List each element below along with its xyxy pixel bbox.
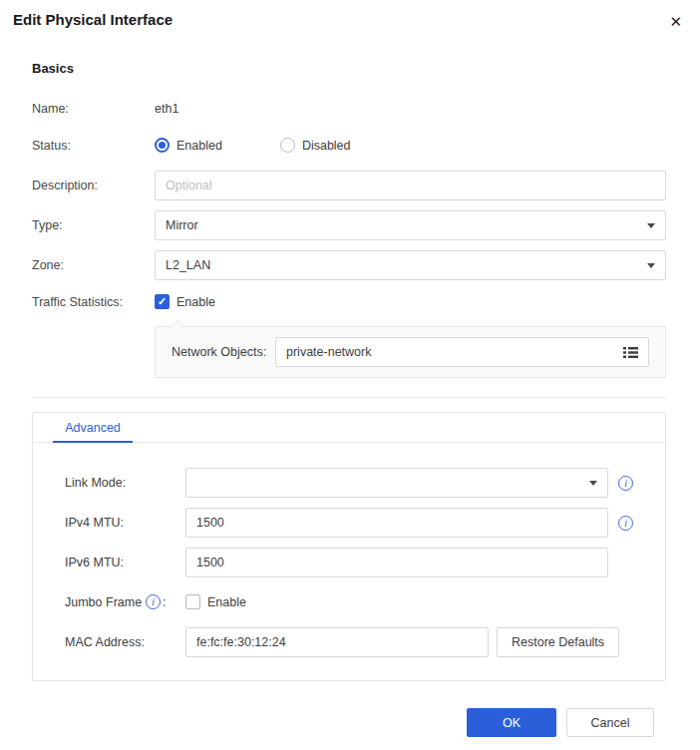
network-objects-field[interactable]: private-network [275,337,649,367]
ipv6-mtu-input[interactable] [185,548,608,577]
tab-advanced[interactable]: Advanced [53,413,133,442]
chevron-down-icon [589,481,597,486]
traffic-statistics-label: Traffic Statistics: [32,295,155,309]
name-label: Name: [32,102,155,116]
ipv4-mtu-row: IPv4 MTU: [65,508,635,538]
description-row: Description: [32,171,666,200]
ok-button[interactable]: OK [467,708,556,737]
jumbo-enable-checkbox[interactable] [185,594,200,609]
jumbo-frame-colon: : [163,595,166,609]
jumbo-frame-label: Jumbo Frame [65,595,142,609]
type-label: Type: [32,218,155,232]
advanced-panel: Advanced Link Mode: IPv4 MTU: [32,412,666,681]
jumbo-frame-row: Jumbo Frame : Enable [65,594,635,609]
traffic-enable-label: Enable [176,295,215,309]
mac-address-row: MAC Address: Restore Defaults [65,627,635,657]
status-row: Status: Enabled Disabled [32,138,666,153]
traffic-statistics-row: Traffic Statistics: Enable [32,294,666,309]
advanced-tabbar: Advanced [33,413,665,443]
status-disabled-radio[interactable] [280,138,295,153]
cancel-button[interactable]: Cancel [566,708,654,737]
chevron-down-icon [647,223,655,228]
description-label: Description: [32,179,155,192]
chevron-down-icon [647,263,655,268]
name-value: eth1 [155,102,178,116]
info-icon[interactable] [146,594,161,609]
link-mode-row: Link Mode: [65,468,635,498]
zone-select-value: L2_LAN [166,258,210,272]
zone-select[interactable]: L2_LAN [155,250,666,280]
info-icon[interactable] [618,516,633,531]
zone-label: Zone: [32,258,155,272]
traffic-enable-checkbox[interactable] [155,294,170,309]
ipv6-mtu-row: IPv6 MTU: [65,548,635,577]
status-disabled-label: Disabled [302,139,351,153]
status-enabled-radio[interactable] [155,138,170,153]
type-select[interactable]: Mirror [155,210,666,240]
dialog-header: Edit Physical Interface ✕ [0,0,700,33]
network-objects-value: private-network [286,345,371,359]
zone-row: Zone: L2_LAN [32,250,666,280]
section-divider [32,397,666,398]
network-objects-label: Network Objects: [172,345,275,359]
ipv4-mtu-label: IPv4 MTU: [65,516,185,530]
close-icon[interactable]: ✕ [665,11,686,33]
description-input[interactable] [155,171,666,200]
status-label: Status: [32,139,155,153]
link-mode-select[interactable] [185,468,608,498]
list-icon[interactable] [623,346,638,359]
name-row: Name: eth1 [32,102,666,116]
basics-heading: Basics [32,61,666,76]
restore-defaults-button[interactable]: Restore Defaults [497,627,619,657]
status-enabled-label: Enabled [176,139,222,153]
info-icon[interactable] [618,476,633,491]
ipv4-mtu-input[interactable] [185,508,608,538]
link-mode-label: Link Mode: [65,476,185,490]
dialog-title: Edit Physical Interface [13,11,173,28]
ipv6-mtu-label: IPv6 MTU: [65,556,185,569]
mac-address-input[interactable] [185,627,489,657]
jumbo-enable-label: Enable [207,595,246,609]
dialog-footer: OK Cancel [32,708,666,737]
mac-address-label: MAC Address: [65,635,185,649]
dialog-content: Basics Name: eth1 Status: Enabled Disabl… [0,61,700,737]
traffic-statistics-panel: Network Objects: private-network [155,326,666,378]
type-select-value: Mirror [166,218,198,232]
type-row: Type: Mirror [32,210,666,240]
